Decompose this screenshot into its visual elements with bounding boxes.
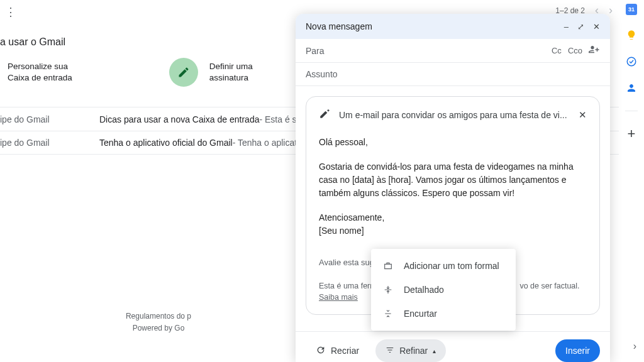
chevron-up-icon: ▴ xyxy=(433,348,436,354)
body-signoff: Atenciosamente, [Seu nome] xyxy=(319,211,587,238)
refine-menu: Adicionar um tom formal Detalhado Encurt… xyxy=(371,249,516,331)
onboarding-personalize[interactable]: Personalize sua Caixa de entrada xyxy=(8,61,72,84)
side-panel: 31 + › xyxy=(619,0,644,362)
tasks-icon[interactable] xyxy=(625,55,638,68)
menu-item-shorten[interactable]: Encurtar xyxy=(371,302,516,326)
mail-snippet: - Tenha o aplicat xyxy=(233,138,297,148)
body-para1: Gostaria de convidá-los para uma festa d… xyxy=(319,160,587,200)
briefcase-icon xyxy=(382,261,394,271)
to-label: Para xyxy=(306,46,325,56)
disclaimer-suffix: vo de ser factual. xyxy=(519,282,579,290)
recreate-button[interactable]: Recriar xyxy=(306,339,369,362)
onboarding-signature-label: Definir uma assinatura xyxy=(209,61,253,84)
mail-subject: Tenha o aplicativo oficial do Gmail xyxy=(99,138,233,148)
close-icon[interactable]: ✕ xyxy=(593,22,600,31)
magic-pen-icon xyxy=(319,108,330,122)
footer-line1: Regulamentos do p xyxy=(0,310,317,322)
refresh-icon xyxy=(316,345,326,357)
menu-label: Encurtar xyxy=(404,309,437,319)
to-field[interactable]: Para Cc Cco xyxy=(296,39,610,63)
fullscreen-icon[interactable]: ⤢ xyxy=(577,22,584,31)
menu-item-detailed[interactable]: Detalhado xyxy=(371,278,516,302)
dismiss-prompt-icon[interactable]: ✕ xyxy=(579,109,587,121)
onboarding-signature[interactable]: Definir uma assinatura xyxy=(169,58,253,87)
menu-label: Adicionar um tom formal xyxy=(404,261,499,271)
addons-plus-icon[interactable]: + xyxy=(625,128,638,140)
footer-line2: Powered by Go xyxy=(0,322,317,334)
contacts-icon[interactable] xyxy=(625,82,638,94)
body-greeting: Olá pessoal, xyxy=(319,136,587,149)
onboarding-personalize-label: Personalize sua Caixa de entrada xyxy=(8,61,72,84)
keep-icon[interactable] xyxy=(625,29,638,41)
calendar-icon[interactable]: 31 xyxy=(626,4,637,15)
collapse-icon xyxy=(382,309,394,319)
subject-field[interactable]: Assunto xyxy=(296,63,610,86)
contacts-picker-icon[interactable] xyxy=(589,45,600,56)
footer: Regulamentos do p Powered by Go xyxy=(0,310,317,334)
bcc-link[interactable]: Cco xyxy=(568,46,582,55)
cc-link[interactable]: Cc xyxy=(552,46,562,55)
compose-action-bar: Recriar Refinar ▴ Inserir xyxy=(296,331,610,362)
more-menu-icon[interactable]: ⋮ xyxy=(5,5,16,19)
expand-icon xyxy=(382,285,394,295)
insert-button[interactable]: Inserir xyxy=(555,339,600,362)
disclaimer-prefix: Esta é uma ferra xyxy=(319,282,377,290)
learn-more-link[interactable]: Saiba mais xyxy=(319,293,358,302)
next-page-icon[interactable]: › xyxy=(609,4,613,17)
mail-sender: ipe do Gmail xyxy=(0,138,99,148)
mail-subject: Dicas para usar a nova Caixa de entrada xyxy=(99,114,259,124)
menu-label: Detalhado xyxy=(404,285,444,295)
subject-placeholder: Assunto xyxy=(306,69,338,79)
filter-icon xyxy=(386,346,394,356)
ai-prompt-text[interactable]: Um e-mail para convidar os amigos para u… xyxy=(339,110,570,120)
minimize-icon[interactable]: – xyxy=(564,22,569,31)
pen-circle-icon xyxy=(169,58,198,87)
svg-point-0 xyxy=(627,57,636,66)
menu-item-formal[interactable]: Adicionar um tom formal xyxy=(371,254,516,278)
compose-title: Nova mensagem xyxy=(306,21,372,31)
compose-header: Nova mensagem – ⤢ ✕ xyxy=(296,14,610,39)
collapse-panel-icon[interactable]: › xyxy=(633,341,636,352)
refine-button[interactable]: Refinar ▴ xyxy=(375,339,446,362)
mail-sender: ipe do Gmail xyxy=(0,114,99,124)
ai-body-text: Olá pessoal, Gostaria de convidá-los par… xyxy=(319,136,587,255)
